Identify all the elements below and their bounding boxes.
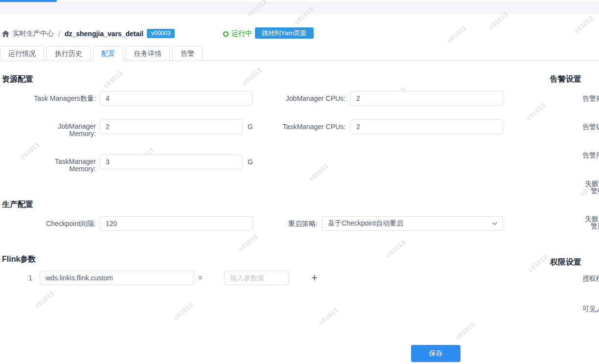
top-band xyxy=(0,3,599,14)
goto-yarn-button[interactable]: 跳转到Yarn页面 xyxy=(255,27,314,39)
tab-alerts[interactable]: 告警 xyxy=(172,46,203,61)
watermark: c01013 xyxy=(317,306,339,326)
restart-strategy-select[interactable]: 基于Checkpoint自动重启 xyxy=(322,216,503,231)
alarm-user-label: 告警用 xyxy=(582,152,599,159)
add-param-button[interactable]: + xyxy=(311,273,318,283)
section-title-alarm: 告警设置 xyxy=(550,74,581,85)
chevron-down-icon xyxy=(492,222,498,226)
restart-strategy-label: 重启策略: xyxy=(206,220,318,228)
save-button[interactable]: 保存 xyxy=(411,345,461,362)
breadcrumb-separator: / xyxy=(57,30,61,38)
watermark: c01013 xyxy=(525,102,547,122)
jobmanager-cpus-input[interactable] xyxy=(350,91,503,106)
status-ring-icon xyxy=(223,31,229,37)
failure-alarm-user-label-line1: 失败 xyxy=(585,215,599,223)
flink-param-row-index: 1 xyxy=(25,274,32,282)
flink-param-key-input[interactable] xyxy=(40,271,194,285)
task-managers-count-label: Task Managers数量: xyxy=(0,95,96,102)
top-active-indicator xyxy=(0,0,57,2)
watermark: c01013 xyxy=(307,162,329,182)
watermark: c01013 xyxy=(445,24,467,45)
flink-param-value-input[interactable] xyxy=(224,271,289,285)
tab-running-status[interactable]: 运行情况 xyxy=(0,46,44,61)
streamis-job-config-page: c01013 c01013 c01013 c01013 c01013 c0101… xyxy=(0,0,599,364)
watermark: c01013 xyxy=(454,321,476,341)
taskmanager-cpus-label: TaskManager CPUs: xyxy=(206,123,346,131)
failure-alarm-level-label-line1: 失败 xyxy=(585,180,599,187)
jobmanager-memory-label: JobManager Memory: xyxy=(0,123,96,137)
alarm-rule-label: 告警规 xyxy=(582,95,599,102)
failure-alarm-level-label-line2: 警级 xyxy=(591,187,599,195)
section-title-production: 生产配置 xyxy=(2,200,33,210)
status-label: 运行中 xyxy=(231,29,252,38)
watermark: c01013 xyxy=(385,239,407,259)
visible-users-label: 可见人 xyxy=(582,305,599,313)
taskmanager-memory-unit: G xyxy=(248,158,253,166)
flink-param-equals: = xyxy=(198,274,202,282)
restart-strategy-selected-value: 基于Checkpoint自动重启 xyxy=(328,219,492,228)
jobmanager-cpus-label: JobManager CPUs: xyxy=(206,95,346,102)
checkpoint-interval-label: Checkpoint间隔: xyxy=(0,220,96,228)
tab-task-details[interactable]: 任务详情 xyxy=(126,46,170,61)
failure-alarm-user-label-line2: 警用 xyxy=(591,223,599,230)
taskmanager-memory-label-line1: TaskManager xyxy=(0,158,96,165)
watermark: c01013 xyxy=(102,69,124,90)
jobmanager-memory-label-line1: JobManager xyxy=(0,123,96,130)
jobmanager-memory-label-line2: Memory: xyxy=(0,130,96,137)
taskmanager-cpus-input[interactable] xyxy=(350,119,503,134)
breadcrumb-root[interactable]: 实时生产中心 xyxy=(13,29,54,38)
section-title-permission: 权限设置 xyxy=(550,257,581,268)
home-icon[interactable] xyxy=(2,30,9,37)
tab-bar: 运行情况 执行历史 配置 任务详情 告警 xyxy=(0,46,599,61)
tab-execution-history[interactable]: 执行历史 xyxy=(46,46,91,61)
watermark: c01013 xyxy=(573,15,595,35)
taskmanager-memory-input[interactable] xyxy=(100,155,243,169)
breadcrumb: 实时生产中心 / dz_shengjia_vars_detail v00003 xyxy=(2,29,175,38)
section-title-flink-params: Flink参数 xyxy=(2,254,36,265)
section-title-resource: 资源配置 xyxy=(2,74,33,85)
taskmanager-memory-label: TaskManager Memory: xyxy=(0,158,96,173)
watermark: c01013 xyxy=(33,290,55,310)
alarm-level-label: 告警级 xyxy=(582,123,599,131)
watermark: c01013 xyxy=(241,67,263,87)
taskmanager-memory-label-line2: Memory: xyxy=(0,165,96,173)
watermark: c01013 xyxy=(527,253,549,273)
tab-configuration[interactable]: 配置 xyxy=(93,46,123,61)
watermark: c01013 xyxy=(237,233,259,253)
job-name: dz_shengjia_vars_detail xyxy=(65,30,143,38)
watermark: c01013 xyxy=(172,301,194,321)
version-badge: v00003 xyxy=(147,29,175,38)
authorize-mode-label: 授权模 xyxy=(582,275,599,282)
job-status: 运行中 xyxy=(223,29,252,38)
